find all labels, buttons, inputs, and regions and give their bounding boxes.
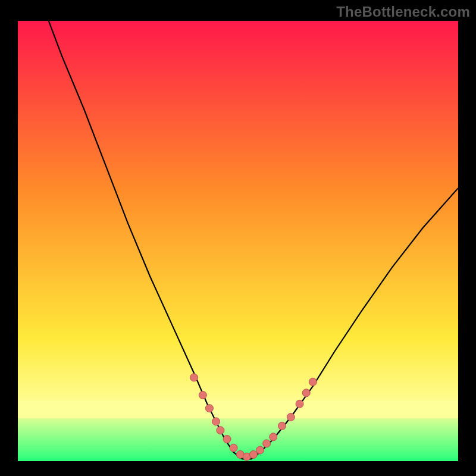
- dot: [278, 422, 286, 430]
- dot: [249, 450, 257, 458]
- gradient-background: [18, 21, 458, 461]
- dot: [287, 414, 295, 421]
- dot: [263, 440, 271, 447]
- dot: [190, 374, 198, 381]
- dot: [212, 418, 220, 425]
- dot: [256, 446, 264, 454]
- dot: [230, 444, 237, 452]
- dot: [270, 433, 277, 441]
- watermark-text: TheBottleneck.com: [336, 4, 470, 20]
- pale-band: [18, 400, 458, 418]
- chart-frame: [18, 21, 458, 461]
- dot: [199, 392, 206, 399]
- dot: [309, 378, 317, 386]
- dot: [296, 400, 303, 408]
- dot: [223, 436, 231, 443]
- bottleneck-chart: [18, 21, 458, 461]
- dot: [205, 405, 213, 412]
- dot: [302, 389, 310, 397]
- dot: [217, 427, 224, 434]
